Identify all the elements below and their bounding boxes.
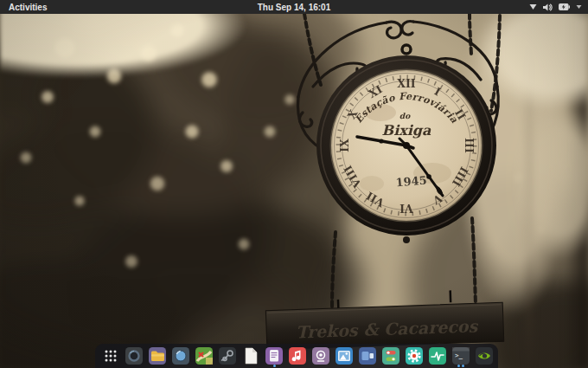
dock-item-documents[interactable] xyxy=(242,347,259,365)
clock-menu-button[interactable]: Thu Sep 14, 16:01 xyxy=(258,0,330,14)
activities-label: Activities xyxy=(9,3,47,12)
dock-item-webcam[interactable] xyxy=(312,347,329,365)
dock-item-photos[interactable] xyxy=(336,347,353,365)
terminal-icon: >_ xyxy=(452,347,470,365)
system-monitor-pulse-icon xyxy=(429,347,446,365)
photos-icon xyxy=(336,347,353,365)
clock-hanger-ring xyxy=(402,45,411,54)
svg-text:Bixiga: Bixiga xyxy=(382,122,431,139)
svg-text:XII: XII xyxy=(397,77,416,90)
svg-text:do: do xyxy=(399,112,411,120)
webcam-icon xyxy=(312,347,329,365)
clock-hub xyxy=(403,142,410,149)
show-applications-button[interactable] xyxy=(102,347,119,365)
dock-item-text-editor[interactable] xyxy=(265,347,283,365)
dock: >_ xyxy=(95,344,498,368)
text-editor-icon xyxy=(265,347,283,365)
dock-item-boxes[interactable] xyxy=(359,347,376,365)
dock-item-web-browser[interactable] xyxy=(172,347,189,365)
dock-item-steam[interactable] xyxy=(219,347,236,365)
maps-icon xyxy=(195,347,213,365)
svg-text:III: III xyxy=(463,138,476,153)
volume-icon xyxy=(543,3,553,11)
svg-text:IX: IX xyxy=(338,139,351,152)
running-indicator-dot xyxy=(457,365,460,367)
svg-text:1945: 1945 xyxy=(395,173,427,189)
station-clock: XII I II III IIII V VI VII VIII IX X XI … xyxy=(316,45,496,243)
files-folder-icon xyxy=(149,347,166,365)
package-manager-gear-icon xyxy=(406,347,423,365)
desktop-wallpaper[interactable]: XII I II III IIII V VI VII VIII IX X XI … xyxy=(0,0,588,368)
web-browser-icon xyxy=(172,347,189,365)
app-grid-icon xyxy=(102,347,119,365)
system-status-area[interactable] xyxy=(523,0,588,14)
dock-item-package-manager[interactable] xyxy=(406,347,423,365)
dock-item-files[interactable] xyxy=(149,347,166,365)
clock-bottom-knob xyxy=(403,236,410,243)
svg-text:>_: >_ xyxy=(455,352,463,359)
settings-icon xyxy=(125,347,143,365)
top-bar: Activities Thu Sep 14, 16:01 xyxy=(0,0,588,14)
dock-item-tweaks[interactable] xyxy=(382,347,399,365)
running-indicator-dot xyxy=(273,365,276,367)
music-note-icon xyxy=(289,347,306,365)
dock-item-music[interactable] xyxy=(289,347,306,365)
battery-icon xyxy=(559,3,570,10)
system-menu-chevron-icon xyxy=(576,4,582,10)
activities-button[interactable]: Activities xyxy=(0,0,55,14)
datetime-label: Thu Sep 14, 16:01 xyxy=(258,3,330,12)
svg-text:VI: VI xyxy=(399,202,414,215)
street-clock-scene: XII I II III IIII V VI VII VIII IX X XI … xyxy=(0,0,588,368)
running-indicator-dot xyxy=(462,365,464,367)
hanging-sign: Trekos & Cacarecos xyxy=(265,288,504,350)
dock-item-nvidia-settings[interactable] xyxy=(476,347,493,365)
steam-icon xyxy=(219,347,236,365)
dock-item-system-monitor[interactable] xyxy=(429,347,446,365)
tweaks-toggles-icon xyxy=(382,347,399,365)
boxes-icon xyxy=(359,347,376,365)
dock-item-settings[interactable] xyxy=(125,347,143,365)
document-icon xyxy=(242,347,259,365)
nvidia-eye-icon xyxy=(476,347,493,365)
dock-item-terminal[interactable]: >_ xyxy=(452,347,470,365)
triangle-down-icon xyxy=(529,3,537,10)
dock-item-maps[interactable] xyxy=(195,347,213,365)
